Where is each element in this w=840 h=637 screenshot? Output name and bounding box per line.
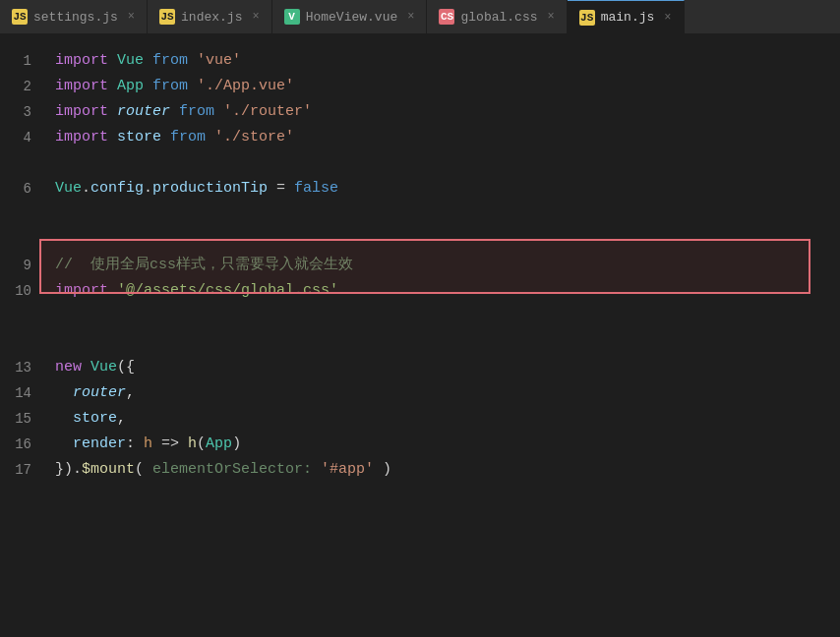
token-paren-h-close: ) (232, 432, 241, 457)
code-line-5 (55, 150, 840, 176)
line-num-14: 14 (0, 380, 31, 406)
token-comment: // 使用全局css样式，只需要导入就会生效 (55, 253, 353, 278)
line-num-13: 13 (0, 355, 31, 380)
token-dot-1: . (82, 176, 90, 202)
token-import-4: import (55, 125, 117, 150)
line-num-15: 15 (0, 406, 31, 432)
token-h-fn: h (188, 432, 197, 457)
token-router-prop: router (73, 380, 126, 406)
token-colon-16: : (126, 432, 144, 457)
tab-icon-main-js: JS (579, 10, 595, 26)
token-mount-fn: $mount (82, 457, 135, 483)
tab-close-global-css[interactable]: × (548, 10, 555, 24)
tab-label-main-js: main.js (601, 10, 655, 25)
tab-close-index-js[interactable]: × (252, 10, 259, 24)
token-render: render (73, 432, 126, 457)
code-line-16: render: h => h(App) (55, 432, 840, 457)
tab-close-main-js[interactable]: × (664, 11, 671, 25)
token-paren-mount-open: ( (135, 457, 152, 483)
token-close-brace: }) (55, 457, 73, 483)
line-num-16: 16 (0, 432, 31, 457)
token-h1: h (144, 432, 152, 457)
token-str-vue: 'vue' (197, 48, 241, 74)
tab-homeview-vue[interactable]: V HomeView.vue × (272, 0, 428, 33)
line-num-12 (0, 329, 31, 355)
line-num-4: 4 (0, 125, 31, 150)
code-line-6: Vue.config.productionTip = false (55, 176, 840, 202)
line-num-10: 10 (0, 278, 31, 304)
tab-icon-homeview-vue: V (284, 9, 300, 25)
token-router: router (117, 99, 179, 125)
editor-window: JS settings.js × JS index.js × V HomeVie… (0, 0, 840, 637)
code-line-1: import Vue from 'vue' (55, 48, 840, 74)
token-import-2: import (55, 74, 117, 99)
token-productiontip: productionTip (152, 176, 268, 202)
token-comma-14: , (126, 380, 135, 406)
token-vue-new: Vue (90, 355, 117, 380)
token-dot-mount: . (73, 457, 82, 483)
code-line-17: }).$mount( elementOrSelector: '#app' ) (55, 457, 840, 483)
code-content[interactable]: import Vue from 'vue' import App from '.… (39, 34, 840, 637)
code-line-7 (55, 202, 840, 227)
token-config: config (90, 176, 144, 202)
token-store: store (117, 125, 170, 150)
tab-index-js[interactable]: JS index.js × (148, 0, 272, 33)
token-new: new (55, 355, 90, 380)
token-indent-14 (55, 380, 73, 406)
token-store-prop: store (73, 406, 117, 432)
line-numbers: 1 2 3 4 6 9 10 13 14 15 16 17 (0, 34, 39, 637)
code-line-13: new Vue({ (55, 355, 840, 380)
line-num-2: 2 (0, 74, 31, 99)
tab-close-settings-js[interactable]: × (128, 10, 135, 24)
tab-main-js[interactable]: JS main.js × (568, 0, 685, 33)
code-line-8 (55, 227, 840, 253)
code-line-3: import router from './router' (55, 99, 840, 125)
code-line-9: // 使用全局css样式，只需要导入就会生效 (55, 253, 840, 278)
line-num-5 (0, 150, 31, 176)
code-line-12 (55, 329, 840, 355)
token-eq: = (268, 176, 294, 202)
tab-global-css[interactable]: CS global.css × (427, 0, 567, 33)
tab-label-index-js: index.js (181, 10, 242, 25)
tab-icon-index-js: JS (159, 9, 175, 25)
tab-icon-global-css: CS (439, 9, 454, 25)
tab-label-global-css: global.css (460, 10, 537, 25)
token-indent-15 (55, 406, 73, 432)
token-str-router: './router' (223, 99, 312, 125)
token-from-3: from (179, 99, 223, 125)
token-vue-cls: Vue (117, 48, 152, 74)
tab-close-homeview-vue[interactable]: × (407, 10, 414, 24)
code-line-11 (55, 304, 840, 329)
token-import-5: import (55, 278, 117, 304)
token-paren-open: ({ (117, 355, 135, 380)
token-str-global-css: '@/assets/css/global.css' (117, 278, 338, 304)
tab-label-homeview-vue: HomeView.vue (306, 10, 398, 25)
token-str-app: './App.vue' (197, 74, 294, 99)
tab-settings-js[interactable]: JS settings.js × (0, 0, 148, 33)
token-app-cls: App (117, 74, 152, 99)
code-line-15: store, (55, 406, 840, 432)
token-false: false (294, 176, 338, 202)
line-num-6: 6 (0, 176, 31, 202)
token-app-param: App (206, 432, 232, 457)
token-from-2: from (152, 74, 197, 99)
tab-icon-settings-js: JS (12, 9, 28, 25)
line-num-17: 17 (0, 457, 31, 483)
token-paren-mount-close: ) (374, 457, 391, 483)
token-comma-15: , (117, 406, 126, 432)
token-dot-2: . (144, 176, 152, 202)
code-line-4: import store from './store' (55, 125, 840, 150)
code-line-14: router, (55, 380, 840, 406)
code-line-2: import App from './App.vue' (55, 74, 840, 99)
tab-label-settings-js: settings.js (33, 10, 118, 25)
line-num-7 (0, 202, 31, 227)
line-num-1: 1 (0, 48, 31, 74)
line-num-3: 3 (0, 99, 31, 125)
token-elementselector-comment: elementOrSelector: (152, 457, 321, 483)
token-import-3: import (55, 99, 117, 125)
editor-area: 1 2 3 4 6 9 10 13 14 15 16 17 import Vue (0, 34, 840, 637)
token-str-store: './store' (214, 125, 294, 150)
line-num-8 (0, 227, 31, 253)
token-indent-16 (55, 432, 73, 457)
line-num-11 (0, 304, 31, 329)
